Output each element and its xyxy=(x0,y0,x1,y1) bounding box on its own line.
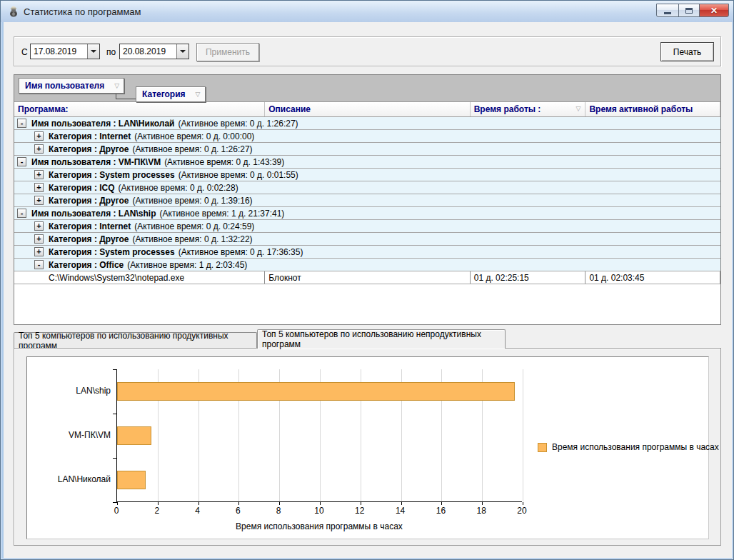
grid-rows: -Имя пользователя : LAN\Николай(Активное… xyxy=(14,117,720,284)
group-chip-label: Имя пользователя xyxy=(25,81,104,91)
group-connector xyxy=(116,99,136,99)
maximize-button[interactable] xyxy=(678,4,700,17)
group-by-band: Имя пользователя ▽ Категория ▽ xyxy=(14,75,720,102)
group-label: Категория : ICQ xyxy=(49,183,115,193)
table-row-group[interactable]: +Категория : Другое(Активное время: 0 д.… xyxy=(14,143,720,156)
category-label: LAN\ship xyxy=(27,386,111,396)
group-label: Имя пользователя : VM-ПК\VM xyxy=(31,157,161,167)
statistics-grid: Имя пользователя ▽ Категория ▽ Программа… xyxy=(14,74,721,325)
date-from-value: 17.08.2019 xyxy=(31,44,87,59)
date-from-picker[interactable]: 17.08.2019 xyxy=(30,44,100,59)
cell: 01 д. 02:03:45 xyxy=(585,271,720,284)
x-tick-label: 18 xyxy=(468,506,494,516)
x-tick-label: 12 xyxy=(347,506,373,516)
group-active-time: (Активное время: 0 д. 0:24:59) xyxy=(134,221,254,231)
print-button[interactable]: Печать xyxy=(660,42,714,61)
chart-plot-area xyxy=(116,369,522,502)
x-tick-label: 20 xyxy=(509,506,535,516)
date-from-dropdown-button[interactable] xyxy=(87,44,99,59)
legend-swatch xyxy=(538,443,547,452)
group-label: Имя пользователя : LAN\ship xyxy=(31,209,156,219)
x-tick xyxy=(523,502,523,505)
group-active-time: (Активное время: 1 д. 2:03:45) xyxy=(127,260,247,270)
date-to-picker[interactable]: 20.08.2019 xyxy=(119,44,189,59)
x-tick xyxy=(117,502,118,505)
tab-top5-productive[interactable]: Топ 5 компьютеров по использованию проду… xyxy=(14,332,257,348)
group-active-time: (Активное время: 0 д. 1:26:27) xyxy=(178,119,298,129)
tab-top5-unproductive[interactable]: Топ 5 компьютеров по использованию непро… xyxy=(257,329,506,349)
column-header-label: Программа: xyxy=(18,104,69,114)
column-header-label: Время активной работы xyxy=(589,104,693,114)
group-chip-username[interactable]: Имя пользователя ▽ xyxy=(19,78,124,94)
group-chip-category[interactable]: Категория ▽ xyxy=(136,86,206,102)
group-label: Категория : Другое xyxy=(49,144,129,154)
x-tick-label: 6 xyxy=(225,506,251,516)
table-row-group[interactable]: +Категория : Другое(Активное время: 0 д.… xyxy=(14,233,720,246)
group-active-time: (Активное время: 0 д. 1:39:16) xyxy=(132,196,252,206)
group-label: Категория : Internet xyxy=(49,221,131,231)
minimize-button[interactable] xyxy=(656,4,679,17)
bar-LAN\ship xyxy=(117,382,515,401)
table-row-group[interactable]: -Имя пользователя : LAN\ship(Активное вр… xyxy=(14,207,720,220)
group-active-time: (Активное время: 0 д. 1:26:27) xyxy=(132,144,252,154)
table-row-group[interactable]: -Имя пользователя : VM-ПК\VM(Активное вр… xyxy=(14,156,720,169)
x-tick xyxy=(441,502,442,505)
expand-icon[interactable]: + xyxy=(34,221,44,231)
date-to-label: по xyxy=(106,47,116,57)
gridline xyxy=(523,369,523,501)
expand-icon[interactable]: + xyxy=(34,131,44,141)
table-row-group[interactable]: +Категория : Internet(Активное время: 0 … xyxy=(14,220,720,233)
expand-icon[interactable]: + xyxy=(34,183,44,192)
date-filter-panel: С 17.08.2019 по 20.08.2019 Применить Печ… xyxy=(14,36,721,66)
table-row-group[interactable]: +Категория : System processes(Активное в… xyxy=(14,169,720,181)
group-label: Категория : System processes xyxy=(49,247,175,257)
collapse-icon[interactable]: - xyxy=(17,119,26,128)
expand-icon[interactable]: + xyxy=(34,196,44,205)
x-tick xyxy=(238,502,239,505)
close-button[interactable]: ✕ xyxy=(699,4,729,17)
y-tick xyxy=(113,414,117,414)
column-header[interactable]: Программа: xyxy=(14,102,265,116)
group-chip-label: Категория xyxy=(142,89,186,99)
x-tick-label: 2 xyxy=(144,506,170,516)
group-label: Имя пользователя : LAN\Николай xyxy=(31,119,174,129)
expand-icon[interactable]: + xyxy=(34,170,44,179)
collapse-icon[interactable]: - xyxy=(17,157,26,166)
group-active-time: (Активное время: 0 д. 1:32:22) xyxy=(132,234,252,244)
category-label: LAN\Николай xyxy=(27,474,111,484)
expand-icon[interactable]: + xyxy=(34,234,44,244)
column-header[interactable]: Время работы :▽ xyxy=(471,102,586,116)
chart-legend: Время использования программы в часах xyxy=(538,442,719,452)
expand-icon[interactable]: + xyxy=(34,247,44,256)
collapse-icon[interactable]: - xyxy=(17,209,26,218)
title-bar: Статистика по программам ✕ xyxy=(1,1,733,22)
collapse-icon[interactable]: - xyxy=(34,260,44,269)
x-tick xyxy=(198,502,199,505)
apply-button[interactable]: Применить xyxy=(196,43,259,61)
x-tick-label: 4 xyxy=(185,506,211,516)
column-header[interactable]: Время активной работы xyxy=(585,102,720,116)
chart-tab-panel: LAN\shipVM-ПК\VMLAN\Николай 024681012141… xyxy=(14,348,721,546)
table-row-group[interactable]: -Имя пользователя : LAN\Николай(Активное… xyxy=(14,117,720,130)
x-tick xyxy=(361,502,361,505)
table-row-program[interactable]: C:\Windows\System32\notepad.exeБлокнот01… xyxy=(14,271,720,284)
x-tick-label: 0 xyxy=(104,506,129,516)
grid-header: Программа:ОписаниеВремя работы :▽Время а… xyxy=(14,102,720,117)
chart-xaxis-title: Время использования программы в часах xyxy=(116,521,522,531)
expand-icon[interactable]: + xyxy=(34,144,44,154)
group-active-time: (Активное время: 0 д. 0:00:00) xyxy=(134,131,254,141)
x-tick xyxy=(279,502,280,505)
table-row-group[interactable]: +Категория : Другое(Активное время: 0 д.… xyxy=(14,194,720,207)
table-row-group[interactable]: -Категория : Office(Активное время: 1 д.… xyxy=(14,259,720,271)
date-to-dropdown-button[interactable] xyxy=(176,44,188,59)
y-tick xyxy=(113,369,117,370)
table-row-group[interactable]: +Категория : Internet(Активное время: 0 … xyxy=(14,130,720,143)
maximize-icon xyxy=(685,8,693,14)
cell: 01 д. 02:25:15 xyxy=(471,271,586,284)
bar-VM-ПК\VM xyxy=(117,426,151,445)
table-row-group[interactable]: +Категория : System processes(Активное в… xyxy=(14,246,720,259)
x-tick-label: 14 xyxy=(388,506,413,516)
group-active-time: (Активное время: 0 д. 0:02:28) xyxy=(119,183,238,193)
table-row-group[interactable]: +Категория : ICQ(Активное время: 0 д. 0:… xyxy=(14,181,720,194)
column-header[interactable]: Описание xyxy=(265,102,470,116)
